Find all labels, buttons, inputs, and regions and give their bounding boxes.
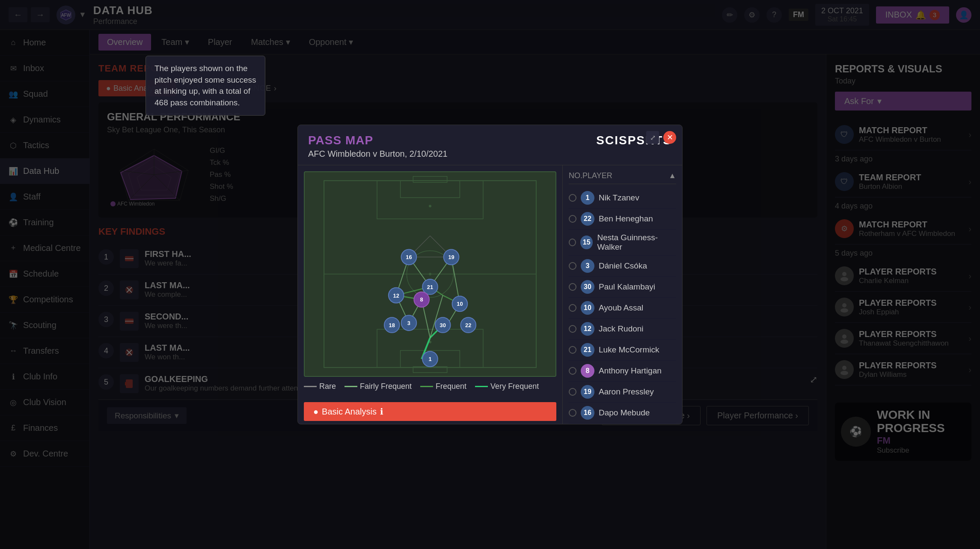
- modal-analysis-btn[interactable]: ● Basic Analysis ℹ: [304, 402, 556, 421]
- player-num-3: 3: [581, 259, 594, 273]
- player-row-hartigan[interactable]: 8 Anthony Hartigan: [569, 361, 676, 382]
- legend-fairly-frequent: Fairly Frequent: [344, 382, 412, 391]
- player-num-19: 19: [581, 385, 594, 399]
- player-check-15[interactable]: [569, 239, 576, 246]
- player-name-mccormick: Luke McCormick: [599, 345, 659, 355]
- player-list-header: NO. PLAYER ▲: [569, 171, 676, 184]
- player-row-mccormick[interactable]: 21 Luke McCormick: [569, 340, 676, 361]
- player-row-pressley[interactable]: 19 Aaron Pressley: [569, 382, 676, 403]
- player-row-guinness[interactable]: 15 Nesta Guinness-Walker: [569, 230, 676, 256]
- player-num-22: 22: [581, 212, 594, 226]
- legend-very-frequent: Very Frequent: [475, 382, 539, 391]
- modal-analysis-label: Basic Analysis: [322, 407, 377, 417]
- legend-rare-line: [304, 386, 317, 387]
- player-check-16[interactable]: [569, 409, 576, 417]
- legend-very-frequent-line: [475, 386, 488, 387]
- legend-rare: Rare: [304, 382, 336, 391]
- legend-fairly-frequent-line: [344, 386, 357, 387]
- legend-frequent-label: Frequent: [436, 382, 466, 391]
- svg-text:19: 19: [448, 254, 454, 260]
- svg-point-37: [429, 273, 431, 275]
- svg-point-44: [429, 205, 431, 207]
- player-row-heneghan[interactable]: 22 Ben Heneghan: [569, 209, 676, 230]
- modal-logo: SCISPSRTS: [596, 134, 672, 147]
- player-num-30: 30: [581, 280, 594, 294]
- pass-map-area: 16 19 12 21 10: [298, 165, 562, 424]
- player-check-12[interactable]: [569, 325, 576, 333]
- svg-text:3: 3: [407, 320, 410, 326]
- player-name-assal: Ayoub Assal: [599, 303, 643, 313]
- player-num-1: 1: [581, 191, 594, 205]
- pass-legend: Rare Fairly Frequent Frequent Very Frequ…: [304, 377, 556, 396]
- player-check-19[interactable]: [569, 388, 576, 396]
- pass-map-modal: PASS MAP AFC Wimbledon v Burton, 2/10/20…: [297, 125, 683, 424]
- svg-text:1: 1: [428, 356, 431, 362]
- modal-overlay[interactable]: The players shown on the pitch enjoyed s…: [0, 0, 980, 549]
- svg-text:21: 21: [427, 284, 433, 290]
- player-check-3[interactable]: [569, 262, 576, 270]
- player-row-rudoni[interactable]: 12 Jack Rudoni: [569, 319, 676, 340]
- svg-text:16: 16: [406, 254, 412, 260]
- player-check-1[interactable]: [569, 194, 576, 202]
- modal-analysis-dot-icon: ●: [313, 407, 318, 417]
- svg-text:12: 12: [393, 292, 399, 299]
- modal-title-area: PASS MAP AFC Wimbledon v Burton, 2/10/20…: [308, 134, 448, 159]
- player-name-kalambayi: Paul Kalambayi: [599, 282, 655, 292]
- player-name-pressley: Aaron Pressley: [599, 387, 654, 397]
- player-col-header: PLAYER: [582, 171, 612, 180]
- tooltip-text: The players shown on the pitch enjoyed s…: [154, 64, 256, 107]
- svg-text:18: 18: [389, 322, 395, 328]
- modal-close-button[interactable]: ✕: [663, 131, 676, 144]
- legend-frequent: Frequent: [420, 382, 466, 391]
- player-row-kalambayi[interactable]: 30 Paul Kalambayi: [569, 277, 676, 298]
- modal-title: PASS MAP: [308, 134, 448, 147]
- player-num-8: 8: [581, 364, 594, 378]
- player-row-csoka[interactable]: 3 Dániel Csóka: [569, 256, 676, 277]
- player-list: NO. PLAYER ▲ 1 Nik Tzanev 22 Ben Henegha…: [562, 165, 682, 424]
- player-name-guinness: Nesta Guinness-Walker: [597, 233, 676, 252]
- player-name-csoka: Dániel Csóka: [599, 261, 647, 271]
- legend-frequent-line: [420, 386, 433, 387]
- player-check-10[interactable]: [569, 304, 576, 312]
- player-num-16: 16: [581, 406, 594, 420]
- player-name-mebude: Dapo Mebude: [599, 408, 650, 418]
- player-num-21: 21: [581, 343, 594, 357]
- player-num-15: 15: [580, 236, 593, 249]
- football-pitch: 16 19 12 21 10: [304, 171, 556, 377]
- player-check-22[interactable]: [569, 215, 576, 223]
- modal-expand-button[interactable]: ⤢: [646, 131, 659, 144]
- legend-very-frequent-label: Very Frequent: [490, 382, 539, 391]
- player-row-mebude[interactable]: 16 Dapo Mebude: [569, 403, 676, 424]
- player-name-hartigan: Anthony Hartigan: [599, 366, 662, 376]
- sort-icon[interactable]: ▲: [668, 171, 676, 180]
- modal-logo-area: SCISPSRTS: [596, 134, 672, 147]
- svg-text:10: 10: [457, 301, 463, 307]
- no-col-header: NO.: [569, 171, 582, 180]
- modal-body: 16 19 12 21 10: [298, 165, 682, 424]
- svg-text:8: 8: [420, 296, 423, 303]
- player-num-12: 12: [581, 322, 594, 336]
- svg-text:22: 22: [465, 322, 471, 328]
- pitch-svg: 16 19 12 21 10: [305, 172, 555, 376]
- player-check-30[interactable]: [569, 283, 576, 291]
- legend-rare-label: Rare: [319, 382, 336, 391]
- modal-header: PASS MAP AFC Wimbledon v Burton, 2/10/20…: [298, 125, 682, 165]
- legend-fairly-frequent-label: Fairly Frequent: [360, 382, 412, 391]
- modal-subtitle: AFC Wimbledon v Burton, 2/10/2021: [308, 149, 448, 159]
- modal-analysis-info-icon: ℹ: [380, 406, 383, 417]
- player-num-10: 10: [581, 301, 594, 315]
- player-row-assal[interactable]: 10 Ayoub Assal: [569, 298, 676, 319]
- player-row-tzanev[interactable]: 1 Nik Tzanev: [569, 188, 676, 209]
- player-name-rudoni: Jack Rudoni: [599, 324, 644, 334]
- tooltip-box: The players shown on the pitch enjoyed s…: [146, 56, 265, 116]
- player-check-21[interactable]: [569, 346, 576, 354]
- svg-text:30: 30: [440, 322, 446, 328]
- player-name-heneghan: Ben Heneghan: [599, 214, 653, 224]
- player-check-8[interactable]: [569, 367, 576, 375]
- player-name-tzanev: Nik Tzanev: [599, 193, 639, 203]
